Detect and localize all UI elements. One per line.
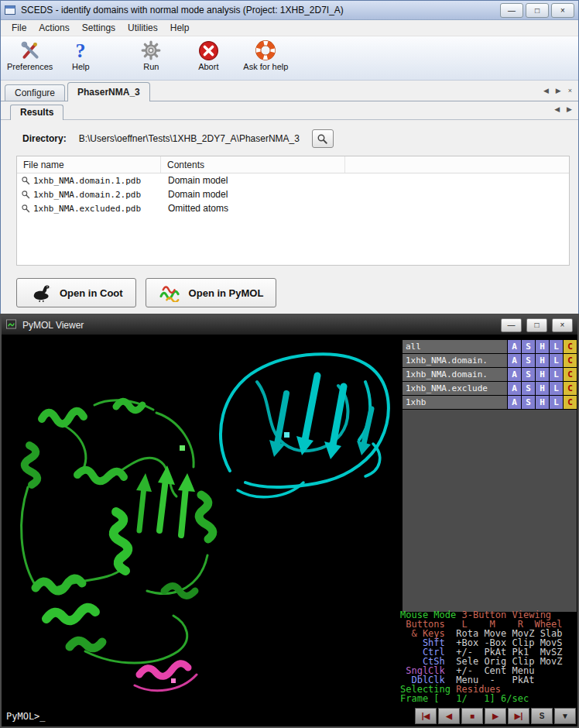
pymol-s-menu-button[interactable]: S: [522, 382, 535, 395]
pymol-h-menu-button[interactable]: H: [536, 382, 549, 395]
results-scroll-right[interactable]: ▶: [567, 105, 572, 113]
pymol-a-menu-button[interactable]: A: [508, 368, 521, 381]
tab-configure[interactable]: Configure: [5, 84, 65, 101]
pymol-c-menu-button[interactable]: C: [564, 382, 577, 395]
tab-phasernma-3[interactable]: PhaserNMA_3: [67, 82, 150, 101]
magnifier-icon: [21, 190, 30, 199]
pymol-object-name[interactable]: 1xhb: [403, 396, 507, 409]
tab-scroll-left[interactable]: ◀: [543, 87, 549, 94]
tab-results[interactable]: Results: [10, 105, 63, 120]
menu-settings[interactable]: Settings: [76, 21, 122, 35]
table-row[interactable]: 1xhb_NMA.excluded.pdbOmitted atoms: [17, 201, 569, 215]
file-name-cell[interactable]: 1xhb_NMA.excluded.pdb: [17, 204, 161, 214]
results-nav: ◀▶: [554, 105, 572, 113]
pymol-l-menu-button[interactable]: L: [550, 396, 563, 409]
pymol-l-menu-button[interactable]: L: [550, 368, 563, 381]
pymol-l-menu-button[interactable]: L: [550, 382, 563, 395]
coot-bird-icon: [29, 282, 53, 304]
application-icon: [5, 5, 16, 16]
open-in-coot-button[interactable]: Open in Coot: [16, 278, 136, 307]
directory-path: B:\Users\oeffner\Tests\1XHB_2DY7_A\Phase…: [79, 133, 300, 144]
pymol-object-row: 1xhbASHLC: [403, 396, 577, 409]
pymol-l-menu-button[interactable]: L: [550, 354, 563, 367]
abort-icon: [197, 39, 219, 61]
rewind-button[interactable]: |◀: [415, 708, 437, 724]
pymol-object-name[interactable]: 1xhb_NMA.domain.: [403, 368, 507, 381]
pymol-c-menu-button[interactable]: C: [564, 396, 577, 409]
mouse-panel-line: Frame [ 1/ 1] 6/sec: [400, 694, 577, 703]
close-button[interactable]: ×: [552, 318, 573, 332]
pymol-l-menu-button[interactable]: L: [550, 340, 563, 353]
results-panel: Directory: B:\Users\oeffner\Tests\1XHB_2…: [1, 120, 578, 313]
movie-controls: |◀◀■▶▶|S▼: [415, 708, 576, 724]
pymol-app-icon: [6, 319, 18, 331]
menu-utilities[interactable]: Utilities: [122, 21, 164, 35]
toolbar-preferences[interactable]: Preferences: [7, 39, 53, 71]
tab-scroll-right[interactable]: ▶: [556, 87, 561, 94]
toolbar-run[interactable]: Run: [128, 39, 173, 71]
pymol-object-row: 1xhb_NMA.excludeASHLC: [403, 382, 577, 395]
menu-file[interactable]: File: [5, 21, 33, 35]
pymol-s-menu-button[interactable]: S: [522, 354, 535, 367]
directory-row: Directory: B:\Users\oeffner\Tests\1XHB_2…: [22, 129, 334, 148]
menu-help[interactable]: Help: [164, 21, 196, 35]
pymol-h-menu-button[interactable]: H: [536, 396, 549, 409]
sceds-titlebar[interactable]: SCEDS - identify domains with normal mod…: [1, 1, 578, 20]
minimize-button[interactable]: —: [501, 318, 522, 332]
pymol-h-menu-button[interactable]: H: [536, 354, 549, 367]
table-row[interactable]: 1xhb_NMA.domain.1.pdbDomain model: [17, 173, 569, 187]
pymol-a-menu-button[interactable]: A: [508, 354, 521, 367]
pymol-h-menu-button[interactable]: H: [536, 340, 549, 353]
pymol-c-menu-button[interactable]: C: [564, 368, 577, 381]
file-name-cell[interactable]: 1xhb_NMA.domain.2.pdb: [17, 190, 161, 200]
results-scroll-left[interactable]: ◀: [554, 105, 560, 113]
toolbar-abort[interactable]: Abort: [186, 39, 231, 71]
column-header-contents[interactable]: Contents: [161, 156, 345, 173]
contents-cell: Domain model: [161, 175, 228, 186]
open-in-pymol-button[interactable]: Open in PyMOL: [146, 278, 277, 307]
pymol-a-menu-button[interactable]: A: [508, 340, 521, 353]
command-prompt[interactable]: PyMOL>_: [6, 711, 46, 722]
table-header[interactable]: File name Contents: [17, 156, 569, 173]
movie-menu-button[interactable]: ▼: [554, 708, 576, 724]
pymol-object-name[interactable]: 1xhb_NMA.exclude: [403, 382, 507, 395]
browse-directory-button[interactable]: [312, 129, 334, 148]
stop-button[interactable]: ■: [461, 708, 483, 724]
menu-actions[interactable]: Actions: [33, 21, 75, 35]
toolbar-label: Abort: [198, 62, 218, 71]
pymol-s-menu-button[interactable]: S: [522, 340, 535, 353]
menu-bar: FileActionsSettingsUtilitiesHelp: [1, 20, 578, 36]
pymol-object-name[interactable]: all: [403, 340, 507, 353]
maximize-button[interactable]: □: [526, 318, 547, 332]
toolbar-label: Help: [72, 62, 90, 71]
step-back-button[interactable]: ◀: [438, 708, 460, 724]
scene-button[interactable]: S: [531, 708, 553, 724]
file-name: 1xhb_NMA.excluded.pdb: [33, 204, 141, 214]
close-button[interactable]: ×: [551, 3, 574, 18]
pymol-s-menu-button[interactable]: S: [522, 396, 535, 409]
toolbar-ask-for-help[interactable]: Ask for help: [243, 39, 288, 71]
pymol-c-menu-button[interactable]: C: [564, 354, 577, 367]
results-tabs: Results◀▶: [1, 101, 578, 120]
table-row[interactable]: 1xhb_NMA.domain.2.pdbDomain model: [17, 187, 569, 201]
pymol-s-menu-button[interactable]: S: [522, 368, 535, 381]
toolbar: Preferences?HelpRunAbortAsk for help: [1, 36, 578, 81]
file-name-cell[interactable]: 1xhb_NMA.domain.1.pdb: [17, 176, 161, 186]
minimize-button[interactable]: —: [500, 3, 523, 18]
play-button[interactable]: ▶: [485, 708, 506, 724]
pymol-a-menu-button[interactable]: A: [508, 396, 521, 409]
pymol-object-row: allASHLC: [403, 340, 577, 353]
pymol-h-menu-button[interactable]: H: [536, 368, 549, 381]
toolbar-help[interactable]: ?Help: [65, 39, 96, 71]
pymol-titlebar[interactable]: PyMOL Viewer —□×: [2, 315, 577, 335]
tab-close[interactable]: ×: [568, 87, 572, 94]
pymol-object-name[interactable]: 1xhb_NMA.domain.: [403, 354, 507, 367]
maximize-button[interactable]: □: [526, 3, 549, 18]
fast-forward-button[interactable]: ▶|: [508, 708, 529, 724]
pymol-3d-viewport[interactable]: [2, 335, 403, 726]
pymol-a-menu-button[interactable]: A: [508, 382, 521, 395]
pymol-c-menu-button[interactable]: C: [564, 340, 577, 353]
column-header-file-name[interactable]: File name: [17, 156, 161, 173]
directory-label: Directory:: [22, 133, 67, 144]
contents-cell: Omitted atoms: [161, 203, 228, 214]
